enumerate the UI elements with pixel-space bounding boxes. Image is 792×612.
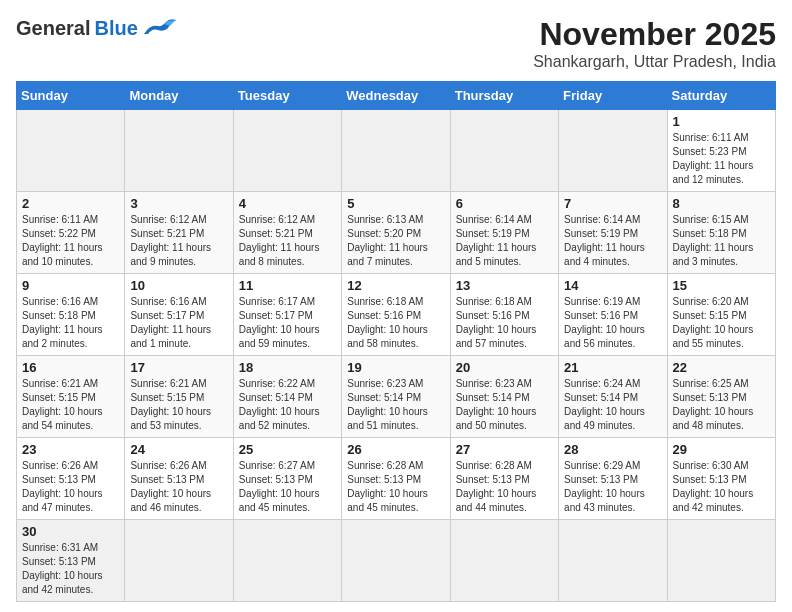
day-number: 21 (564, 360, 661, 375)
cell-info: Sunrise: 6:21 AM Sunset: 5:15 PM Dayligh… (22, 377, 119, 433)
cell-info: Sunrise: 6:29 AM Sunset: 5:13 PM Dayligh… (564, 459, 661, 515)
calendar-cell (17, 110, 125, 192)
cell-info: Sunrise: 6:21 AM Sunset: 5:15 PM Dayligh… (130, 377, 227, 433)
calendar-cell: 13Sunrise: 6:18 AM Sunset: 5:16 PM Dayli… (450, 274, 558, 356)
day-number: 10 (130, 278, 227, 293)
cell-info: Sunrise: 6:24 AM Sunset: 5:14 PM Dayligh… (564, 377, 661, 433)
cell-info: Sunrise: 6:16 AM Sunset: 5:18 PM Dayligh… (22, 295, 119, 351)
day-number: 12 (347, 278, 444, 293)
cell-info: Sunrise: 6:23 AM Sunset: 5:14 PM Dayligh… (347, 377, 444, 433)
day-number: 30 (22, 524, 119, 539)
cell-info: Sunrise: 6:13 AM Sunset: 5:20 PM Dayligh… (347, 213, 444, 269)
cell-info: Sunrise: 6:16 AM Sunset: 5:17 PM Dayligh… (130, 295, 227, 351)
month-title: November 2025 (533, 16, 776, 53)
day-number: 2 (22, 196, 119, 211)
calendar-cell: 19Sunrise: 6:23 AM Sunset: 5:14 PM Dayli… (342, 356, 450, 438)
cell-info: Sunrise: 6:11 AM Sunset: 5:23 PM Dayligh… (673, 131, 770, 187)
day-number: 23 (22, 442, 119, 457)
logo-general-text: General (16, 17, 90, 40)
calendar-cell: 27Sunrise: 6:28 AM Sunset: 5:13 PM Dayli… (450, 438, 558, 520)
day-number: 27 (456, 442, 553, 457)
day-number: 14 (564, 278, 661, 293)
calendar-cell (667, 520, 775, 602)
calendar-cell (342, 520, 450, 602)
calendar-cell (450, 520, 558, 602)
calendar-cell (559, 520, 667, 602)
cell-info: Sunrise: 6:22 AM Sunset: 5:14 PM Dayligh… (239, 377, 336, 433)
calendar-week-row: 9Sunrise: 6:16 AM Sunset: 5:18 PM Daylig… (17, 274, 776, 356)
day-number: 7 (564, 196, 661, 211)
calendar-table: SundayMondayTuesdayWednesdayThursdayFrid… (16, 81, 776, 602)
day-number: 22 (673, 360, 770, 375)
cell-info: Sunrise: 6:30 AM Sunset: 5:13 PM Dayligh… (673, 459, 770, 515)
weekday-header-tuesday: Tuesday (233, 82, 341, 110)
calendar-cell: 15Sunrise: 6:20 AM Sunset: 5:15 PM Dayli… (667, 274, 775, 356)
calendar-cell (233, 110, 341, 192)
cell-info: Sunrise: 6:28 AM Sunset: 5:13 PM Dayligh… (347, 459, 444, 515)
calendar-cell (342, 110, 450, 192)
calendar-cell: 8Sunrise: 6:15 AM Sunset: 5:18 PM Daylig… (667, 192, 775, 274)
calendar-cell: 25Sunrise: 6:27 AM Sunset: 5:13 PM Dayli… (233, 438, 341, 520)
weekday-header-sunday: Sunday (17, 82, 125, 110)
day-number: 11 (239, 278, 336, 293)
calendar-cell: 20Sunrise: 6:23 AM Sunset: 5:14 PM Dayli… (450, 356, 558, 438)
calendar-cell (125, 520, 233, 602)
weekday-header-friday: Friday (559, 82, 667, 110)
calendar-cell: 14Sunrise: 6:19 AM Sunset: 5:16 PM Dayli… (559, 274, 667, 356)
day-number: 29 (673, 442, 770, 457)
cell-info: Sunrise: 6:26 AM Sunset: 5:13 PM Dayligh… (22, 459, 119, 515)
calendar-cell (450, 110, 558, 192)
calendar-week-row: 30Sunrise: 6:31 AM Sunset: 5:13 PM Dayli… (17, 520, 776, 602)
calendar-cell: 12Sunrise: 6:18 AM Sunset: 5:16 PM Dayli… (342, 274, 450, 356)
day-number: 19 (347, 360, 444, 375)
day-number: 3 (130, 196, 227, 211)
weekday-header-wednesday: Wednesday (342, 82, 450, 110)
location-subtitle: Shankargarh, Uttar Pradesh, India (533, 53, 776, 71)
calendar-cell: 29Sunrise: 6:30 AM Sunset: 5:13 PM Dayli… (667, 438, 775, 520)
day-number: 8 (673, 196, 770, 211)
weekday-header-monday: Monday (125, 82, 233, 110)
calendar-week-row: 1Sunrise: 6:11 AM Sunset: 5:23 PM Daylig… (17, 110, 776, 192)
calendar-week-row: 23Sunrise: 6:26 AM Sunset: 5:13 PM Dayli… (17, 438, 776, 520)
calendar-week-row: 2Sunrise: 6:11 AM Sunset: 5:22 PM Daylig… (17, 192, 776, 274)
cell-info: Sunrise: 6:18 AM Sunset: 5:16 PM Dayligh… (347, 295, 444, 351)
cell-info: Sunrise: 6:11 AM Sunset: 5:22 PM Dayligh… (22, 213, 119, 269)
day-number: 5 (347, 196, 444, 211)
day-number: 24 (130, 442, 227, 457)
cell-info: Sunrise: 6:15 AM Sunset: 5:18 PM Dayligh… (673, 213, 770, 269)
day-number: 13 (456, 278, 553, 293)
cell-info: Sunrise: 6:23 AM Sunset: 5:14 PM Dayligh… (456, 377, 553, 433)
calendar-cell: 30Sunrise: 6:31 AM Sunset: 5:13 PM Dayli… (17, 520, 125, 602)
cell-info: Sunrise: 6:26 AM Sunset: 5:13 PM Dayligh… (130, 459, 227, 515)
calendar-cell (233, 520, 341, 602)
calendar-header: SundayMondayTuesdayWednesdayThursdayFrid… (17, 82, 776, 110)
calendar-cell: 22Sunrise: 6:25 AM Sunset: 5:13 PM Dayli… (667, 356, 775, 438)
cell-info: Sunrise: 6:12 AM Sunset: 5:21 PM Dayligh… (239, 213, 336, 269)
calendar-cell: 16Sunrise: 6:21 AM Sunset: 5:15 PM Dayli… (17, 356, 125, 438)
day-number: 25 (239, 442, 336, 457)
calendar-cell: 2Sunrise: 6:11 AM Sunset: 5:22 PM Daylig… (17, 192, 125, 274)
calendar-cell: 5Sunrise: 6:13 AM Sunset: 5:20 PM Daylig… (342, 192, 450, 274)
day-number: 9 (22, 278, 119, 293)
calendar-cell: 10Sunrise: 6:16 AM Sunset: 5:17 PM Dayli… (125, 274, 233, 356)
cell-info: Sunrise: 6:18 AM Sunset: 5:16 PM Dayligh… (456, 295, 553, 351)
calendar-cell: 11Sunrise: 6:17 AM Sunset: 5:17 PM Dayli… (233, 274, 341, 356)
calendar-cell: 7Sunrise: 6:14 AM Sunset: 5:19 PM Daylig… (559, 192, 667, 274)
cell-info: Sunrise: 6:28 AM Sunset: 5:13 PM Dayligh… (456, 459, 553, 515)
calendar-cell: 17Sunrise: 6:21 AM Sunset: 5:15 PM Dayli… (125, 356, 233, 438)
calendar-cell: 9Sunrise: 6:16 AM Sunset: 5:18 PM Daylig… (17, 274, 125, 356)
calendar-cell: 18Sunrise: 6:22 AM Sunset: 5:14 PM Dayli… (233, 356, 341, 438)
cell-info: Sunrise: 6:31 AM Sunset: 5:13 PM Dayligh… (22, 541, 119, 597)
title-section: November 2025 Shankargarh, Uttar Pradesh… (533, 16, 776, 71)
page-header: GeneralBlue November 2025 Shankargarh, U… (16, 16, 776, 71)
calendar-cell: 21Sunrise: 6:24 AM Sunset: 5:14 PM Dayli… (559, 356, 667, 438)
calendar-cell: 28Sunrise: 6:29 AM Sunset: 5:13 PM Dayli… (559, 438, 667, 520)
day-number: 1 (673, 114, 770, 129)
day-number: 6 (456, 196, 553, 211)
cell-info: Sunrise: 6:20 AM Sunset: 5:15 PM Dayligh… (673, 295, 770, 351)
day-number: 17 (130, 360, 227, 375)
logo-bird-icon (142, 16, 178, 40)
calendar-cell: 3Sunrise: 6:12 AM Sunset: 5:21 PM Daylig… (125, 192, 233, 274)
logo-blue-text: Blue (94, 17, 137, 40)
cell-info: Sunrise: 6:14 AM Sunset: 5:19 PM Dayligh… (564, 213, 661, 269)
